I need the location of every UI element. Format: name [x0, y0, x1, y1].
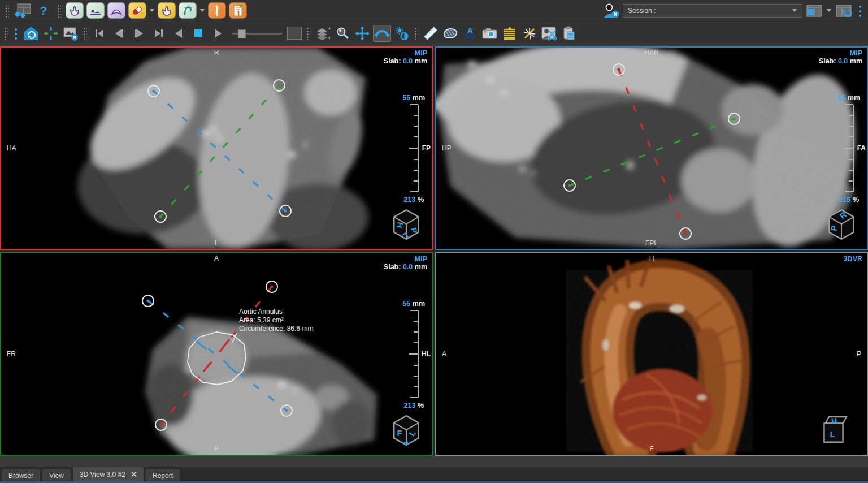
render-mode-label: MIP: [415, 49, 427, 57]
layout-reset-button[interactable]: [835, 2, 853, 19]
close-tab-icon[interactable]: [131, 471, 137, 477]
viewport-bottom-left[interactable]: Aortic Annulus Area: 5.39 cm² Circumfere…: [0, 252, 433, 456]
svg-text:P: P: [829, 225, 839, 231]
speed-slider[interactable]: [231, 27, 283, 40]
toolbar-menu-button[interactable]: [14, 27, 18, 40]
toolbar-grip[interactable]: [83, 27, 87, 40]
module-patient-button[interactable]: [86, 2, 105, 19]
zoom-readout: 213 %: [404, 402, 424, 409]
remove-image-button[interactable]: [62, 25, 80, 42]
orientation-label-left: A: [442, 351, 446, 358]
reset-view-button[interactable]: [22, 25, 40, 42]
orientation-label-top: A: [214, 255, 219, 262]
report-icon: [231, 5, 245, 17]
module-valve-green-button[interactable]: [66, 2, 84, 19]
last-frame-button[interactable]: [150, 25, 168, 42]
dropdown-caret-icon[interactable]: [827, 9, 831, 12]
combo-caret-icon: [792, 9, 797, 12]
module-leaflet-button[interactable]: [107, 2, 125, 19]
tab-3d-view[interactable]: 3D View 3.0 #2: [73, 467, 144, 481]
next-frame-icon: [132, 27, 146, 40]
status-strip: [0, 456, 868, 467]
tab-report[interactable]: Report: [146, 469, 180, 481]
previous-frame-button[interactable]: [110, 25, 128, 42]
render-mode-label: MIP: [850, 49, 862, 57]
scale-readout: 55 mm: [402, 94, 425, 102]
module-vessel-button[interactable]: [208, 2, 226, 19]
user-session-button[interactable]: [602, 2, 620, 19]
scale-readout: 55 mm: [837, 94, 860, 102]
crosshair-icon: [43, 25, 59, 41]
frame-value-box[interactable]: [287, 27, 302, 40]
stop-button[interactable]: [189, 25, 207, 42]
vessel-icon: [210, 5, 224, 17]
slab-thickness-button[interactable]: [314, 25, 332, 42]
segmentation-scissors-button[interactable]: [540, 25, 558, 42]
tab-browser[interactable]: Browser: [2, 469, 40, 481]
toolbar-grip[interactable]: [4, 27, 8, 40]
stretched-view-button[interactable]: [501, 25, 519, 42]
orientation-label-top: HAR: [644, 49, 658, 57]
rotate-3d-button[interactable]: [373, 25, 391, 42]
dropdown-caret-icon[interactable]: [200, 9, 205, 12]
ruler-axis-label: FP: [422, 144, 431, 152]
slider-thumb[interactable]: [238, 29, 246, 38]
window-level-button[interactable]: [393, 25, 411, 42]
snapshot-button[interactable]: [481, 25, 499, 42]
abc-icon: A BC: [465, 28, 475, 39]
viewport-top-left[interactable]: R HA L MIP Slab: 0.0 mm 55 mm FP 213 %: [0, 46, 433, 250]
slab-readout: Slab: 0.0 mm: [384, 263, 427, 271]
module-aorta-button[interactable]: [179, 2, 197, 19]
layout-select-button[interactable]: [805, 2, 823, 19]
help-button[interactable]: ?: [34, 2, 53, 19]
orientation-cube[interactable]: H L: [817, 414, 850, 447]
tool-toolbar: A BC: [0, 21, 868, 45]
orientation-label-left: HA: [7, 145, 16, 152]
measure-area-button[interactable]: [441, 25, 459, 42]
zoom-button[interactable]: [333, 25, 351, 42]
next-frame-button[interactable]: [130, 25, 148, 42]
toolbar-grip[interactable]: [5, 4, 9, 18]
restore-layout-button[interactable]: [14, 2, 32, 19]
volume-rendering-aorta: [436, 253, 867, 455]
render-mode-label: 3DVR: [844, 255, 862, 263]
viewport-3d-volume[interactable]: H A P F 3DVR H L: [435, 252, 868, 456]
ct-image-annulus: [1, 253, 432, 455]
toolbar-grip[interactable]: [57, 4, 61, 18]
rotate-arrow-icon: [374, 26, 390, 41]
copy-clipboard-button[interactable]: [560, 25, 578, 42]
measure-ruler-button[interactable]: [422, 25, 440, 42]
crosshair-button[interactable]: [42, 25, 60, 42]
previous-frame-icon: [112, 27, 126, 40]
ct-image-oblique-1: [1, 48, 432, 249]
toolbar-grip[interactable]: [414, 27, 418, 40]
tab-view[interactable]: View: [42, 469, 71, 481]
session-label: Session :: [628, 7, 788, 15]
user-logout-icon: [602, 3, 620, 19]
capsule-icon: [131, 5, 144, 17]
play-backward-button[interactable]: [170, 25, 188, 42]
valve-tulip-icon: [160, 5, 173, 17]
module-capsule-button[interactable]: [128, 2, 146, 19]
module-report-button[interactable]: [229, 2, 247, 19]
session-combobox[interactable]: Session :: [623, 4, 802, 18]
orientation-cube[interactable]: R P: [825, 208, 858, 241]
module-valve-yellow-button[interactable]: [158, 2, 176, 19]
pan-button[interactable]: [353, 25, 371, 42]
orientation-label-bottom: FPL: [645, 240, 658, 247]
viewport-top-right[interactable]: HAR HP FPL MIP Slab: 0.0 mm 55 mm FA 216…: [435, 46, 868, 250]
toolbar-grip[interactable]: [306, 27, 310, 40]
dropdown-caret-icon[interactable]: [150, 9, 154, 12]
orientation-cube[interactable]: H P L: [390, 208, 423, 241]
orientation-cube[interactable]: F L P: [390, 414, 423, 447]
ruler-axis-label: HL: [422, 350, 431, 358]
play-forward-button[interactable]: [209, 25, 227, 42]
first-frame-button[interactable]: [90, 25, 108, 42]
radial-view-button[interactable]: [520, 25, 539, 42]
svg-text:F: F: [397, 429, 402, 438]
overflow-menu-button[interactable]: [858, 4, 862, 18]
measurement-annotation[interactable]: Aortic Annulus Area: 5.39 cm² Circumfere…: [239, 308, 313, 333]
annotation-circumference: Circumference: 86.6 mm: [239, 325, 313, 333]
magnifier-icon: [335, 26, 350, 41]
text-annotation-button[interactable]: A BC: [461, 25, 479, 42]
